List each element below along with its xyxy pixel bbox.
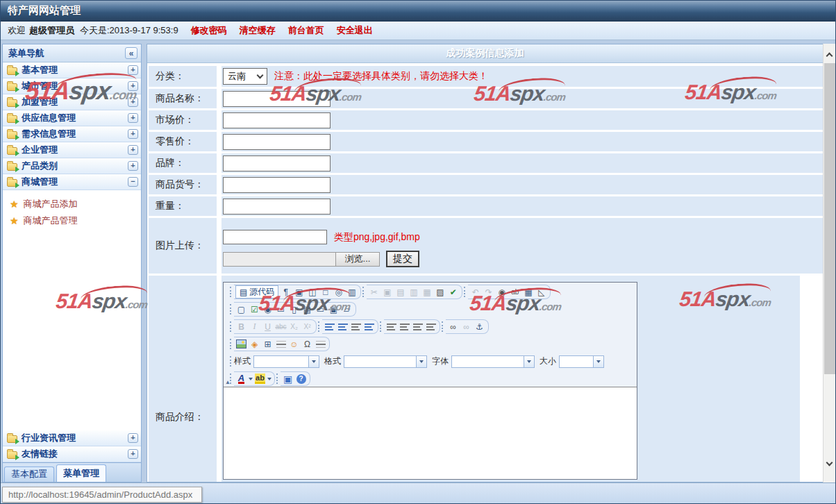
insert-table-icon[interactable]: ⊞ [262,338,274,350]
sidebar-item-mall-product-manage[interactable]: ★ 商城产品管理 [3,212,141,229]
expand-icon[interactable]: + [128,113,138,123]
font-combo-arrow[interactable] [524,355,535,368]
link-icon[interactable]: ∞ [447,321,459,333]
image-url-input[interactable] [223,230,327,244]
maximize-icon[interactable]: ▣ [282,373,294,385]
toolbar-grip[interactable] [230,287,231,297]
print-icon[interactable]: ▨ [434,286,446,298]
outdent-icon[interactable] [350,321,362,333]
toolbar-grip[interactable] [380,321,381,332]
product-name-input[interactable] [223,91,331,107]
category-select[interactable]: 云南 [223,68,267,85]
upload-submit-button[interactable]: 提交 [386,251,419,267]
toolbar-grip[interactable] [362,287,364,297]
sidebar-item-friend-links[interactable]: 友情链接 + [3,446,141,462]
underline-icon[interactable]: U [262,321,274,333]
unlink-icon[interactable]: ∞ [460,321,472,333]
align-justify-icon[interactable] [425,321,437,333]
save-icon[interactable]: ◫ [306,286,318,298]
toolbar-grip[interactable] [276,373,278,384]
chevron-down-icon[interactable] [249,378,253,380]
chevron-down-icon[interactable] [267,378,271,380]
textarea-icon[interactable]: ▯ [288,303,300,315]
radio-icon[interactable]: ◉ [262,303,274,315]
tab-menu-mgmt[interactable]: 菜单管理 [56,464,106,482]
expand-icon[interactable]: + [128,65,138,75]
help-icon[interactable]: ? [295,373,307,385]
sidebar-item-enterprise-mgmt[interactable]: 企业管理 + [3,142,141,158]
smiley-icon[interactable]: ☺ [288,338,300,350]
special-char-icon[interactable]: Ω [301,338,313,350]
preview-icon[interactable]: ◎ [333,286,344,298]
sidebar-item-industry-news-mgmt[interactable]: 行业资讯管理 + [3,430,141,446]
toolbar-grip[interactable] [230,321,231,332]
insert-form-icon[interactable]: ▢ [235,303,247,315]
insert-flash-icon[interactable]: ◈ [249,338,260,350]
product-code-input[interactable] [223,177,331,193]
change-password-link[interactable]: 修改密码 [191,24,227,37]
sidebar-item-product-category[interactable]: 产品类别 + [3,158,141,174]
expand-icon[interactable]: + [128,129,138,139]
toolbar-grip[interactable] [464,287,465,297]
font-combo[interactable]: 字体 [432,355,535,368]
select-all-icon[interactable]: ▦ [522,286,534,298]
sidebar-item-mall-product-add[interactable]: ★ 商城产品添加 [3,196,141,212]
checkbox-icon[interactable]: ☑ [249,303,260,315]
paste-special-icon[interactable]: ▣ [293,286,305,298]
sidebar-item-franchise-mgmt[interactable]: 加盟管理 + [3,94,141,110]
file-input-text[interactable] [224,253,335,266]
toolbar-collapse-icon[interactable]: ▲ [225,379,231,385]
style-combo-arrow[interactable] [309,355,319,368]
undo-icon[interactable]: ↶ [469,286,481,298]
text-color-icon[interactable]: A [235,373,247,385]
cut-icon[interactable]: ✂ [368,286,380,298]
align-left-icon[interactable] [385,321,397,333]
bulleted-list-icon[interactable] [337,321,349,333]
toolbar-grip[interactable] [318,321,319,332]
browse-button[interactable]: 浏览... [335,253,379,266]
logout-link[interactable]: 安全退出 [337,24,373,37]
clear-cache-link[interactable]: 清空缓存 [240,24,276,37]
size-combo[interactable]: 大小 [540,355,604,368]
paste-icon[interactable]: ▤ [394,286,406,298]
brand-input[interactable] [223,156,331,171]
sidebar-item-supply-info-mgmt[interactable]: 供应信息管理 + [3,110,141,126]
collapse-icon[interactable]: − [128,177,138,187]
remove-format-icon[interactable]: ◺ [535,286,547,298]
paste-word-icon[interactable]: ▦ [421,286,433,298]
expand-icon[interactable]: + [128,161,138,171]
anchor-icon[interactable]: ⚓ [474,321,485,333]
toolbar-grip[interactable] [230,339,231,349]
expand-icon[interactable]: + [128,449,138,459]
format-combo[interactable]: 格式 [324,355,427,368]
style-combo-value[interactable] [253,355,309,368]
subscript-icon[interactable]: X₂ [288,321,300,333]
hidden-field-icon[interactable]: ▱ [341,303,353,315]
source-code-button[interactable]: ▤ 源代码 [235,285,278,299]
toolbar-grip[interactable] [230,356,231,367]
scrollbar-thumb[interactable] [824,63,835,374]
new-page-icon[interactable]: □ [319,286,331,298]
copy-icon[interactable]: ▣ [381,286,393,298]
image-button-icon[interactable]: ▣ [328,303,340,315]
find-icon[interactable]: ◉ [496,286,508,298]
italic-icon[interactable]: I [249,321,260,333]
format-combo-arrow[interactable] [417,355,427,368]
editor-content-area[interactable] [224,388,637,479]
sidebar-item-demand-info-mgmt[interactable]: 需求信息管理 + [3,126,141,142]
templates-icon[interactable]: ▥ [346,286,358,298]
page-break-icon[interactable] [315,338,326,350]
highlight-color-icon[interactable]: ab [254,373,266,385]
style-combo[interactable]: 样式 [234,355,319,368]
retail-price-input[interactable] [223,134,331,150]
format-combo-value[interactable] [344,355,417,368]
size-combo-arrow[interactable] [594,355,604,368]
sidebar-item-city-mgmt[interactable]: 城市管理 + [3,78,141,94]
indent-icon[interactable] [363,321,375,333]
front-home-link[interactable]: 前台首页 [288,24,324,37]
numbered-list-icon[interactable] [324,321,335,333]
superscript-icon[interactable]: X² [301,321,313,333]
vertical-scrollbar[interactable] [823,44,835,482]
spellcheck-icon[interactable]: ✔ [447,286,459,298]
expand-icon[interactable]: + [128,433,138,443]
